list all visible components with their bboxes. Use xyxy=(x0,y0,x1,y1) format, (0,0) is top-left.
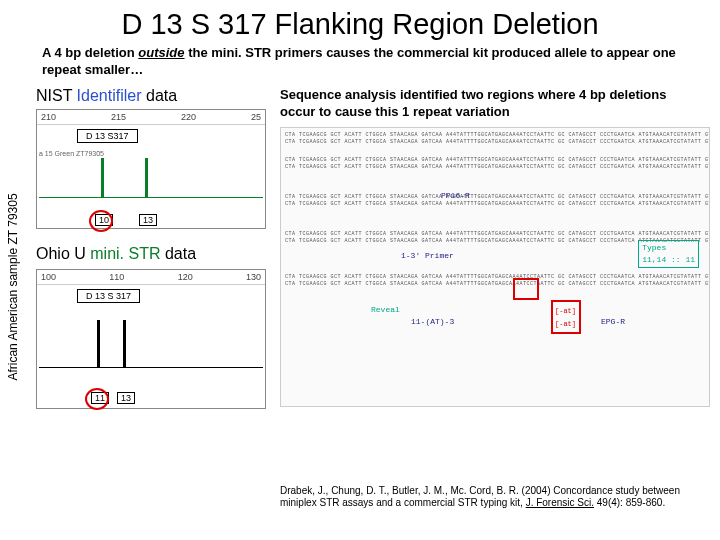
sub-underlined: outside xyxy=(138,45,184,60)
h1a: NIST xyxy=(36,87,77,104)
reveal-annot: Reveal xyxy=(371,304,400,316)
nist-heading: NIST Identifiler data xyxy=(36,87,266,105)
cite-b: 49(4): 859-860. xyxy=(594,497,665,508)
h2b: mini. STR xyxy=(90,245,160,262)
ruler-1: 210 215 220 25 xyxy=(37,110,265,125)
identifiler-epg: 210 215 220 25 D 13 S317 a 15 Green ZT79… xyxy=(36,109,266,229)
tick: 210 xyxy=(41,112,56,122)
seq-line: CTA TCGAAGCG GCT ACATT CTGGCA STAACAGA G… xyxy=(285,231,705,239)
del-label-b: [-at] xyxy=(555,319,576,330)
seq-line: CTA TCGAAGCG GCT ACATT CTGGCA STAACAGA G… xyxy=(285,194,705,202)
h2a: Ohio U xyxy=(36,245,90,262)
allele-box-13b: 13 xyxy=(117,392,135,404)
slide-subtitle: A 4 bp deletion outside the mini. STR pr… xyxy=(0,45,720,87)
deletion-region-box-2: [-at] [-at] xyxy=(551,300,581,334)
tick: 220 xyxy=(181,112,196,122)
cite-journal: J. Forensic Sci. xyxy=(526,497,594,508)
peak-allele-11 xyxy=(97,320,100,368)
peak-allele-13 xyxy=(145,158,148,198)
tick: 215 xyxy=(111,112,126,122)
citation: Drabek, J., Chung, D. T., Butler, J. M.,… xyxy=(280,485,710,509)
del-label-a: [-at] xyxy=(555,306,576,317)
left-column: NIST Identifiler data 210 215 220 25 D 1… xyxy=(36,87,266,409)
sub-a: A 4 bp deletion xyxy=(42,45,138,60)
types-values: 11,14 :: 11 xyxy=(642,255,695,264)
vertical-sample-label: African American sample ZT 79305 xyxy=(6,167,20,407)
baseline xyxy=(39,367,263,368)
right-column: Sequence analysis identified two regions… xyxy=(280,87,710,407)
slide-title: D 13 S 317 Flanking Region Deletion xyxy=(0,0,720,45)
peak-allele-13b xyxy=(123,320,126,368)
epg-r-annot: EPG-R xyxy=(601,316,625,328)
trace-1 xyxy=(37,158,265,208)
h2c: data xyxy=(160,245,196,262)
primer-annot-3prime: 1-3' Primer xyxy=(401,250,454,262)
seq-line: CTA TCGAAGCG GCT ACATT CTGGCA STAACAGA G… xyxy=(285,281,705,289)
ministr-epg: 100 110 120 130 D 13 S 317 11 13 xyxy=(36,269,266,409)
seq-line: CTA TCGAAGCG GCT ACATT CTGGCA STAACAGA G… xyxy=(285,201,705,209)
types-box: Types 11,14 :: 11 xyxy=(638,240,699,268)
seq-line: CTA TCGAAGCG GCT ACATT CTGGCA STAACAGA G… xyxy=(285,274,705,282)
baseline xyxy=(39,197,263,198)
sequence-note: Sequence analysis identified two regions… xyxy=(280,87,710,121)
tick: 130 xyxy=(246,272,261,282)
tick: 25 xyxy=(251,112,261,122)
discordant-allele-circle xyxy=(89,210,113,232)
sample-tag: a 15 Green ZT79305 xyxy=(39,150,104,157)
trace-2 xyxy=(37,328,265,378)
ohio-heading: Ohio U mini. STR data xyxy=(36,245,266,263)
tick: 110 xyxy=(109,272,124,282)
allele-box-13: 13 xyxy=(139,214,157,226)
tick: 100 xyxy=(41,272,56,282)
allele-annot: 11-(AT)-3 xyxy=(411,316,454,328)
deletion-region-box-1 xyxy=(513,278,539,300)
primer-annot-pp16: PP16-R xyxy=(441,190,470,202)
seq-line: CTA TCGAAGCG GCT ACATT CTGGCA STAACAGA G… xyxy=(285,164,705,172)
types-label: Types xyxy=(642,243,666,252)
seq-line: CTA TCGAAGCG GCT ACATT CTGGCA STAACAGA G… xyxy=(285,139,705,147)
seq-line: CTA TCGAAGCG GCT ACATT CTGGCA STAACAGA G… xyxy=(285,132,705,140)
tick: 120 xyxy=(178,272,193,282)
h1b: Identifiler xyxy=(77,87,142,104)
seq-line: CTA TCGAAGCG GCT ACATT CTGGCA STAACAGA G… xyxy=(285,157,705,165)
locus-tag-1: D 13 S317 xyxy=(77,129,138,143)
ruler-2: 100 110 120 130 xyxy=(37,270,265,285)
locus-tag-2: D 13 S 317 xyxy=(77,289,140,303)
discordant-allele-circle-2 xyxy=(85,388,109,410)
sequence-alignment-panel: CTA TCGAAGCG GCT ACATT CTGGCA STAACAGA G… xyxy=(280,127,710,407)
peak-allele-10 xyxy=(101,158,104,198)
body: African American sample ZT 79305 NIST Id… xyxy=(0,87,720,517)
h1c: data xyxy=(142,87,178,104)
